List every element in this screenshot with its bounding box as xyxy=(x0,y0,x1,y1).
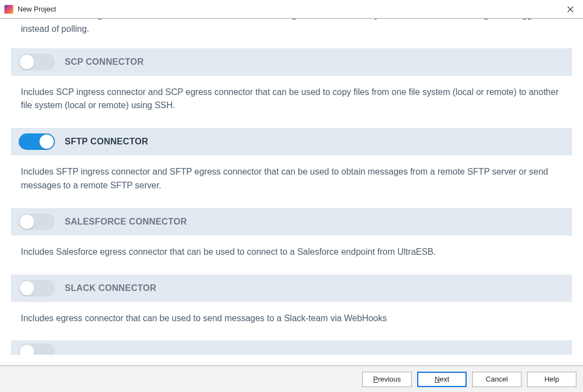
connector-header-scp: SCP CONNECTOR xyxy=(11,48,572,76)
connector-header-next xyxy=(11,340,572,355)
toggle-salesforce[interactable] xyxy=(19,214,55,230)
connector-list[interactable]: Includes NIO File ingress connector that… xyxy=(0,19,583,366)
connector-title: SLACK CONNECTOR xyxy=(65,283,156,293)
connector-description: Includes SCP ingress connector and SCP e… xyxy=(21,86,562,113)
close-icon xyxy=(567,6,574,13)
titlebar: New Project xyxy=(0,0,583,19)
connector-header-sftp: SFTP CONNECTOR xyxy=(11,128,572,155)
btn-label-rest: revious xyxy=(378,375,401,383)
next-button[interactable]: Next xyxy=(417,372,467,387)
window-title: New Project xyxy=(18,5,56,13)
toggle-scp[interactable] xyxy=(19,54,55,70)
connector-title: SALESFORCE CONNECTOR xyxy=(65,217,187,227)
previous-button[interactable]: Previous xyxy=(362,372,412,387)
toggle-slack[interactable] xyxy=(19,280,55,296)
close-button[interactable] xyxy=(558,0,583,19)
toggle-next[interactable] xyxy=(19,344,55,355)
help-button[interactable]: Help xyxy=(527,372,576,387)
connector-title: SCP CONNECTOR xyxy=(65,57,144,67)
connector-description: Includes SFTP ingress connector and SFTP… xyxy=(21,165,562,193)
connector-header-salesforce: SALESFORCE CONNECTOR xyxy=(11,208,572,236)
toggle-sftp[interactable] xyxy=(19,133,55,150)
connector-header-slack: SLACK CONNECTOR xyxy=(11,275,572,302)
connector-description: Includes Salesforce egress connector tha… xyxy=(21,245,562,259)
connector-description: Includes NIO File ingress connector that… xyxy=(21,19,562,36)
app-icon xyxy=(4,5,13,14)
wizard-footer: Previous Next Cancel Help xyxy=(0,366,583,392)
btn-label-rest: ext xyxy=(440,375,449,383)
connector-title: SFTP CONNECTOR xyxy=(65,137,148,147)
connector-description: Includes egress connector that can be us… xyxy=(21,312,562,326)
cancel-button[interactable]: Cancel xyxy=(472,372,522,387)
